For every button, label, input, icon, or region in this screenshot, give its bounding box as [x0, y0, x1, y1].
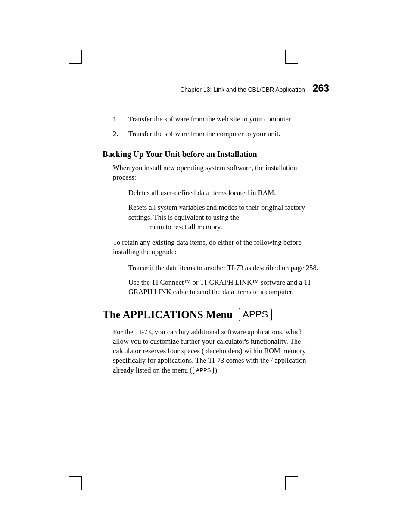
bullet-text: Deletes all user-defined data items loca…	[128, 189, 276, 197]
numbered-steps: 1. Transfer the software from the web si…	[103, 115, 329, 139]
step-number: 1.	[113, 115, 128, 124]
apps-paragraph-part: ).	[215, 366, 219, 374]
apps-paragraph-part: menu (	[172, 366, 192, 374]
crop-mark	[81, 50, 82, 64]
crop-mark	[69, 476, 82, 477]
list-item: Transmit the data items to another TI-73…	[128, 263, 319, 273]
apps-key-icon: APPS	[239, 308, 272, 321]
step-text: Transfer the software from the web site …	[128, 115, 293, 124]
crop-mark	[285, 476, 286, 490]
bullet-text-line2: menu to reset all memory.	[148, 222, 319, 232]
crop-mark	[285, 63, 298, 64]
section-heading-apps-row: The APPLICATIONS Menu APPS	[103, 308, 329, 321]
crop-mark	[285, 476, 298, 477]
page: Chapter 13: Link and the CBL/CBR Applica…	[0, 0, 411, 532]
list-item: 2. Transfer the software from the comput…	[113, 129, 329, 139]
content-column: Chapter 13: Link and the CBL/CBR Applica…	[103, 83, 329, 381]
apps-key-icon: APPS	[193, 367, 214, 375]
page-number: 263	[313, 83, 329, 94]
list-item: Use the TI Connect™ or TI-GRAPH LINK™ so…	[128, 278, 319, 297]
section-heading-apps: The APPLICATIONS Menu	[103, 309, 233, 321]
crop-mark	[81, 476, 82, 490]
bullet-list: Transmit the data items to another TI-73…	[128, 263, 319, 297]
paragraph: To retain any existing data items, do ei…	[113, 238, 319, 257]
list-item: Deletes all user-defined data items loca…	[128, 188, 319, 198]
paragraph: When you install new operating system so…	[113, 163, 319, 183]
list-item: 1. Transfer the software from the web si…	[113, 115, 329, 124]
bullet-text: Resets all system variables and modes to…	[128, 203, 305, 221]
running-header: Chapter 13: Link and the CBL/CBR Applica…	[103, 83, 329, 97]
paragraph: For the TI-73, you can buy additional so…	[113, 327, 319, 375]
crop-mark	[69, 63, 82, 64]
list-item: Resets all system variables and modes to…	[128, 203, 319, 232]
step-number: 2.	[113, 129, 128, 139]
step-text: Transfer the software from the computer …	[128, 129, 280, 139]
section-heading-backup: Backing Up Your Unit before an Installat…	[103, 149, 329, 159]
bullet-list: Deletes all user-defined data items loca…	[128, 188, 319, 232]
chapter-title: Chapter 13: Link and the CBL/CBR Applica…	[180, 86, 305, 93]
crop-mark	[285, 50, 286, 64]
